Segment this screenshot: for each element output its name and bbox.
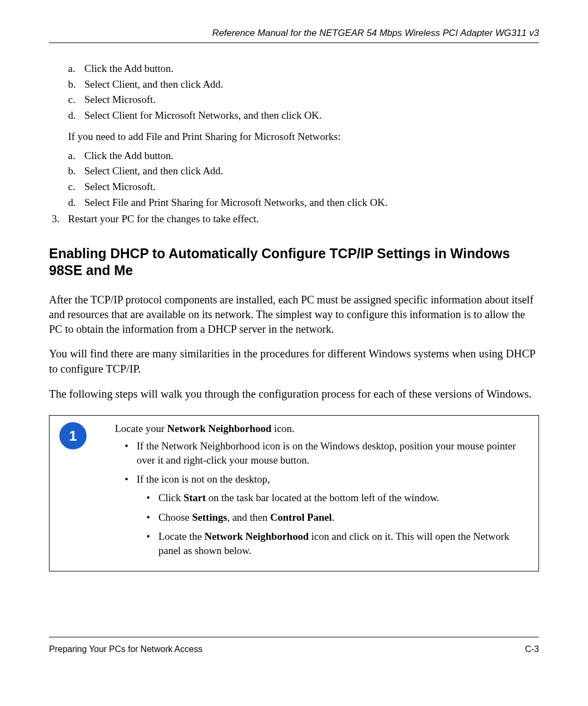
list-item: d.Select Client for Microsoft Networks, … xyxy=(49,109,539,123)
step-content: Locate your Network Neighborhood icon. I… xyxy=(115,416,538,570)
list-item: b.Select Client, and then click Add. xyxy=(49,78,539,92)
list-item: b.Select Client, and then click Add. xyxy=(49,165,539,178)
step-box: 1 Locate your Network Neighborhood icon.… xyxy=(49,415,539,571)
list-item: Choose Settings, and then Control Panel. xyxy=(137,510,529,525)
list-item: c.Select Microsoft. xyxy=(49,93,539,107)
section-heading: Enabling DHCP to Automatically Configure… xyxy=(49,245,539,279)
list-item: a.Click the Add button. xyxy=(49,62,539,76)
list-item: If the Network Neighborhood icon is on t… xyxy=(115,439,529,467)
intro-paragraph: If you need to add File and Print Sharin… xyxy=(68,130,539,144)
list-item: 3.Restart your PC for the changes to tak… xyxy=(49,212,539,226)
step-number-badge: 1 xyxy=(59,422,87,449)
list-item: Click Start on the task bar located at t… xyxy=(137,491,529,505)
body-paragraph: You will find there are many similaritie… xyxy=(49,346,539,376)
header-title: Reference Manual for the NETGEAR 54 Mbps… xyxy=(212,28,539,38)
list-item: a.Click the Add button. xyxy=(49,149,539,163)
footer-left: Preparing Your PCs for Network Access xyxy=(49,644,203,655)
body-paragraph: The following steps will walk you throug… xyxy=(49,387,539,402)
body-paragraph: After the TCP/IP protocol components are… xyxy=(49,293,539,337)
list-item: Locate the Network Neighborhood icon and… xyxy=(137,530,529,557)
step-intro: Locate your Network Neighborhood icon. xyxy=(115,422,529,436)
list-item: If the icon is not on the desktop, Click… xyxy=(115,472,529,557)
page-footer: Preparing Your PCs for Network Access C-… xyxy=(49,637,539,655)
step-sub-bullets: Click Start on the task bar located at t… xyxy=(137,491,529,558)
page-header: Reference Manual for the NETGEAR 54 Mbps… xyxy=(49,27,539,43)
sub-list-2: a.Click the Add button. b.Select Client,… xyxy=(49,149,539,210)
sub-list-1: a.Click the Add button. b.Select Client,… xyxy=(49,62,539,123)
numbered-list: 3.Restart your PC for the changes to tak… xyxy=(49,212,539,226)
list-item: d.Select File and Print Sharing for Micr… xyxy=(49,196,539,210)
step-badge-cell: 1 xyxy=(50,416,115,570)
step-bullets: If the Network Neighborhood icon is on t… xyxy=(115,439,529,557)
list-item: c.Select Microsoft. xyxy=(49,180,539,194)
footer-page-number: C-3 xyxy=(525,644,539,655)
